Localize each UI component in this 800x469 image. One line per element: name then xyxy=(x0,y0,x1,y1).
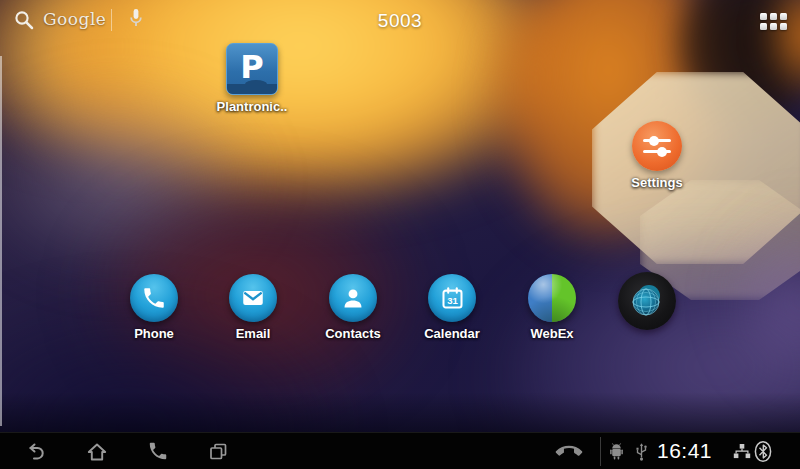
app-calendar[interactable]: 31 Calendar xyxy=(402,274,502,341)
home-button[interactable] xyxy=(85,440,109,464)
app-settings[interactable]: Settings xyxy=(607,121,707,190)
phone-icon xyxy=(130,274,178,322)
app-phone[interactable]: Phone xyxy=(104,274,204,341)
end-call-button[interactable] xyxy=(556,439,580,463)
app-webex[interactable]: WebEx xyxy=(502,274,602,341)
android-home-screen: Google 5003 P Plantronic.. Settings xyxy=(0,0,800,469)
adb-robot-icon xyxy=(609,443,624,464)
app-label: Phone xyxy=(134,326,174,341)
back-button[interactable] xyxy=(24,440,48,464)
plantronics-icon: P xyxy=(226,43,278,95)
phone-nav-button[interactable] xyxy=(147,440,171,464)
ethernet-icon xyxy=(733,443,751,464)
calendar-day-number: 31 xyxy=(447,295,458,306)
app-label: WebEx xyxy=(530,326,573,341)
app-browser[interactable] xyxy=(597,272,697,330)
tray-divider xyxy=(600,437,601,466)
app-contacts[interactable]: Contacts xyxy=(303,274,403,341)
settings-sliders-icon xyxy=(632,121,682,171)
left-edge-highlight xyxy=(0,56,2,426)
email-icon xyxy=(229,274,277,322)
status-clock[interactable]: 16:41 xyxy=(657,439,712,463)
browser-globe-icon xyxy=(618,272,676,330)
extension-number: 5003 xyxy=(0,10,800,32)
app-label: Contacts xyxy=(325,326,381,341)
app-label: Plantronic.. xyxy=(217,99,288,114)
app-label: Settings xyxy=(631,175,682,190)
recent-apps-button[interactable] xyxy=(206,440,230,464)
webex-sphere-icon xyxy=(528,274,576,322)
app-label: Calendar xyxy=(424,326,480,341)
calendar-icon: 31 xyxy=(428,274,476,322)
usb-icon xyxy=(634,441,649,466)
contacts-icon xyxy=(329,274,377,322)
navigation-bar: 16:41 xyxy=(0,432,800,469)
bokeh-wallpaper xyxy=(0,0,800,469)
all-apps-icon[interactable] xyxy=(760,13,787,30)
bluetooth-icon xyxy=(753,440,773,467)
bottom-shade xyxy=(0,392,800,432)
app-plantronics[interactable]: P Plantronic.. xyxy=(202,43,302,114)
plantronics-p-letter: P xyxy=(240,48,263,86)
app-email[interactable]: Email xyxy=(203,274,303,341)
top-bar: Google 5003 xyxy=(0,0,800,40)
app-label: Email xyxy=(236,326,271,341)
